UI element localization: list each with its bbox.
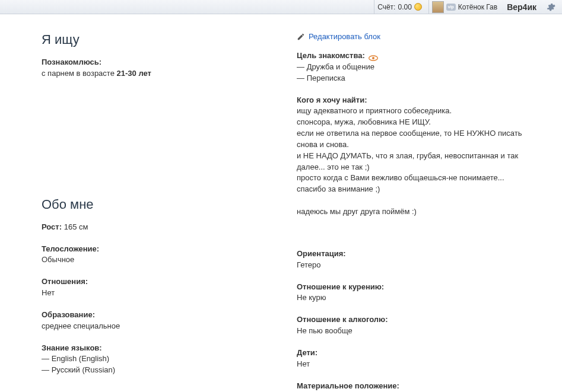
intro-field: Познакомлюсь: с парнем в возрасте 21-30 … — [42, 57, 297, 79]
balance[interactable]: Счёт: 0.00 — [374, 0, 425, 14]
display-name: Котёнок Гав — [458, 3, 497, 11]
language-item: Русский (Russian) — [42, 365, 297, 376]
about-field: Образование:среднее специальное — [42, 310, 297, 332]
intro-value-prefix: с парнем в возрасте — [42, 69, 117, 78]
gear-icon — [546, 2, 555, 12]
eye-icon[interactable] — [369, 53, 378, 59]
about-field: Рост: 165 см — [42, 222, 297, 233]
want-find-label: Кого я хочу найти: — [297, 95, 367, 104]
want-find-line: надеюсь мы друг друга поймём :) — [297, 206, 540, 218]
svg-point-1 — [372, 57, 374, 59]
balance-value: 0.00 — [398, 3, 411, 11]
languages-label: Знание языков: — [42, 343, 102, 352]
topbar: Счёт: 0.00 vip Котёнок Гав Вер4ик — [0, 0, 562, 14]
want-find-line: если не ответила на первое сообщение, то… — [297, 128, 540, 151]
field-value: 165 см — [64, 222, 88, 231]
user-chip[interactable]: vip Котёнок Гав — [428, 0, 500, 14]
want-find-line: спасибо за внимание ;) — [297, 184, 540, 195]
field-label: Рост: — [42, 222, 62, 231]
languages-field: Знание языков: English (English)Русский … — [42, 343, 297, 377]
avatar — [432, 1, 444, 13]
field-value: Нет — [42, 288, 55, 297]
username-block: Вер4ик — [504, 0, 539, 14]
want-find-text: ищу адекватного и приятного собеседника.… — [297, 106, 540, 217]
purpose-item: Дружба и общение — [297, 62, 540, 73]
want-find-line: спонсора, мужа, любовника НЕ ИЩУ. — [297, 117, 540, 128]
profile-content: Я ищу Познакомлюсь: с парнем в возрасте … — [0, 14, 562, 392]
field-value: Не пью вообще — [297, 326, 353, 335]
purpose-list: Дружба и общениеПереписка — [297, 62, 540, 84]
pencil-icon — [297, 33, 305, 41]
language-item: English (English) — [42, 353, 297, 365]
field-label: Дети: — [297, 348, 317, 357]
right-column: Редактировать блок Цель знакомства: Друж… — [297, 32, 540, 392]
about-left-fields: Рост: 165 смТелосложение:ОбычноеОтношени… — [42, 222, 297, 332]
want-find-line: и НЕ НАДО ДУМАТЬ, что я злая, грубая, не… — [297, 151, 540, 173]
left-column: Я ищу Познакомлюсь: с парнем в возрасте … — [42, 32, 297, 392]
about-field: Отношения:Нет — [42, 276, 297, 299]
field-label: Отношение к курению: — [297, 282, 384, 291]
field-label: Образование: — [42, 310, 95, 319]
field-value: Нет — [297, 359, 310, 368]
purpose-field: Цель знакомства: Дружба и общениеПерепис… — [297, 50, 540, 84]
looking-for-title: Я ищу — [42, 32, 297, 47]
about-field: Материальное положение:Стабильный средни… — [297, 381, 540, 392]
intro-label: Познакомлюсь: — [42, 58, 101, 66]
about-title: Обо мне — [42, 197, 297, 212]
field-label: Отношение к алкоголю: — [297, 315, 388, 324]
about-right-fields: Ориентация:ГетероОтношение к курению:Не … — [297, 248, 540, 392]
edit-block-link[interactable]: Редактировать блок — [297, 32, 540, 41]
edit-block-label: Редактировать блок — [309, 32, 380, 41]
coin-icon — [414, 3, 422, 11]
field-value: Обычное — [42, 255, 74, 264]
want-find-line: просто когда с Вами вежливо общаешься-не… — [297, 173, 540, 184]
field-value: Гетеро — [297, 260, 320, 269]
about-field: Отношение к алкоголю:Не пью вообще — [297, 314, 540, 337]
want-find-line — [297, 195, 540, 206]
about-field: Отношение к курению:Не курю — [297, 282, 540, 304]
balance-label: Счёт: — [377, 3, 395, 11]
about-field: Дети:Нет — [297, 348, 540, 370]
languages-list: English (English)Русский (Russian) — [42, 353, 297, 376]
vip-badge: vip — [446, 4, 456, 11]
settings-button[interactable] — [543, 0, 558, 14]
intro-value-bold: 21-30 лет — [117, 69, 151, 78]
about-field: Телосложение:Обычное — [42, 244, 297, 266]
purpose-item: Переписка — [297, 73, 540, 84]
field-label: Отношения: — [42, 277, 88, 286]
field-value: Не курю — [297, 293, 326, 302]
about-field: Ориентация:Гетеро — [297, 248, 540, 271]
want-find-field: Кого я хочу найти: ищу адекватного и при… — [297, 95, 540, 218]
field-label: Ориентация: — [297, 249, 346, 258]
username: Вер4ик — [507, 2, 536, 12]
want-find-line: ищу адекватного и приятного собеседника. — [297, 106, 540, 117]
purpose-label: Цель знакомства: — [297, 51, 365, 60]
field-label: Материальное положение: — [297, 381, 399, 390]
field-value: среднее специальное — [42, 321, 120, 330]
field-label: Телосложение: — [42, 244, 99, 253]
